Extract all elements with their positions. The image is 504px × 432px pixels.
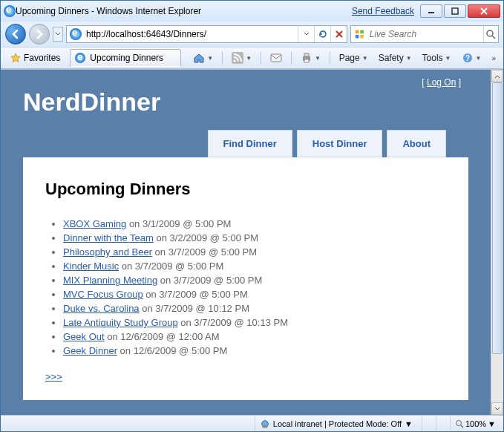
chevron-down-icon: ▼ xyxy=(488,419,496,428)
back-button[interactable] xyxy=(5,24,26,45)
command-bar-overflow[interactable]: » xyxy=(488,54,499,62)
magnifier-icon xyxy=(485,29,496,39)
dinner-link[interactable]: Geek Dinner xyxy=(63,345,117,356)
scroll-down-button[interactable] xyxy=(491,402,503,415)
chevron-down-icon: ▼ xyxy=(405,419,413,428)
help-icon: ? xyxy=(462,52,474,64)
list-item: MVC Focus Group on 3/7/2009 @ 5:00 PM xyxy=(63,289,446,300)
svg-point-13 xyxy=(234,59,236,62)
search-bar xyxy=(350,25,499,43)
svg-rect-9 xyxy=(360,35,364,39)
svg-rect-21 xyxy=(262,425,267,428)
dinner-when: on 3/7/2009 @ 5:00 PM xyxy=(157,275,262,286)
svg-rect-14 xyxy=(271,54,281,62)
list-item: Kinder Music on 3/7/2009 @ 5:00 PM xyxy=(63,261,446,272)
send-feedback-link[interactable]: Send Feedback xyxy=(352,6,414,16)
url-input[interactable] xyxy=(85,27,298,42)
main-content: Upcoming Dinners XBOX Gaming on 3/1/2009… xyxy=(23,157,468,400)
svg-rect-16 xyxy=(304,53,309,56)
tools-menu[interactable]: Tools ▼ xyxy=(419,50,454,65)
dinner-when: on 12/6/2009 @ 12:00 AM xyxy=(105,331,220,342)
browser-window: Upcoming Dinners - Windows Internet Expl… xyxy=(0,0,504,432)
scroll-thumb[interactable] xyxy=(492,82,503,354)
chevron-up-icon xyxy=(494,74,500,79)
home-icon xyxy=(193,52,205,64)
safety-menu[interactable]: Safety ▼ xyxy=(376,50,415,65)
svg-rect-17 xyxy=(304,59,309,62)
chevron-down-icon: ▼ xyxy=(445,55,451,62)
print-button[interactable]: ▼ xyxy=(298,50,324,66)
svg-text:?: ? xyxy=(465,54,469,62)
navbar xyxy=(1,22,503,47)
help-button[interactable]: ? ▼ xyxy=(459,50,485,66)
read-mail-button[interactable] xyxy=(267,50,285,66)
dinner-link[interactable]: Kinder Music xyxy=(63,261,119,272)
home-button[interactable]: ▼ xyxy=(190,50,216,66)
ie-icon xyxy=(4,5,16,17)
refresh-icon xyxy=(318,29,328,39)
close-button[interactable] xyxy=(468,4,500,18)
rss-icon xyxy=(232,52,243,64)
recent-pages-dropdown[interactable] xyxy=(53,27,63,42)
menu-find-dinner[interactable]: Find Dinner xyxy=(208,130,292,157)
mail-icon xyxy=(270,52,282,64)
dinner-link[interactable]: XBOX Gaming xyxy=(63,218,126,229)
menu-about[interactable]: About xyxy=(387,130,446,157)
minimize-icon xyxy=(428,7,435,15)
forward-button[interactable] xyxy=(29,24,50,45)
dinner-link[interactable]: Late Antiquity Study Group xyxy=(63,317,178,328)
chevron-down-icon: ▼ xyxy=(315,55,321,62)
svg-rect-6 xyxy=(356,30,359,33)
separator xyxy=(330,51,330,65)
dinner-link[interactable]: Geek Out xyxy=(63,331,105,342)
favorites-label: Favorites xyxy=(24,53,60,63)
dinner-link[interactable]: Dinner with the Team xyxy=(63,232,154,243)
stop-icon xyxy=(335,30,344,39)
dinner-link[interactable]: MIX Planning Meeting xyxy=(63,275,157,286)
tab-current[interactable]: Upcoming Dinners xyxy=(70,49,181,67)
minimize-button[interactable] xyxy=(420,4,442,18)
dinner-when: on 3/7/2009 @ 10:12 PM xyxy=(140,303,249,314)
search-input[interactable] xyxy=(368,28,483,40)
next-page-link[interactable]: >>> xyxy=(45,371,62,382)
search-button[interactable] xyxy=(483,26,498,42)
titlebar: Upcoming Dinners - Windows Internet Expl… xyxy=(1,1,503,22)
menu-host-dinner[interactable]: Host Dinner xyxy=(297,130,383,157)
feeds-button[interactable]: ▼ xyxy=(229,50,255,66)
live-search-icon xyxy=(354,28,365,40)
page-menu[interactable]: Page ▼ xyxy=(336,50,371,65)
vertical-scrollbar xyxy=(491,70,503,415)
main-menu: Find Dinner Host Dinner About xyxy=(23,130,468,157)
statusbar: Local intranet | Protected Mode: Off ▼ 1… xyxy=(1,415,503,431)
dinner-link[interactable]: Duke vs. Carolina xyxy=(63,303,140,314)
close-icon xyxy=(480,7,488,15)
scroll-track[interactable] xyxy=(491,82,503,402)
chevron-down-icon: ▼ xyxy=(406,55,412,62)
separator xyxy=(261,51,261,65)
maximize-button[interactable] xyxy=(444,4,466,18)
stop-button[interactable] xyxy=(330,26,347,42)
zone-text: Local intranet | Protected Mode: Off xyxy=(273,419,402,428)
svg-rect-12 xyxy=(232,52,243,64)
logon-link[interactable]: Log On xyxy=(427,77,456,88)
svg-rect-8 xyxy=(356,35,359,39)
dinner-link[interactable]: MVC Focus Group xyxy=(63,289,143,300)
list-item: Duke vs. Carolina on 3/7/2009 @ 10:12 PM xyxy=(63,303,446,314)
list-item: Dinner with the Team on 3/2/2009 @ 5:00 … xyxy=(63,232,446,243)
zoom-control[interactable]: 100% ▼ xyxy=(450,416,500,431)
tab-title: Upcoming Dinners xyxy=(90,53,163,63)
refresh-button[interactable] xyxy=(314,26,330,42)
url-dropdown-button[interactable] xyxy=(298,26,314,42)
dinner-when: on 3/1/2009 @ 5:00 PM xyxy=(126,218,231,229)
dinner-link[interactable]: Philosophy and Beer xyxy=(63,246,152,258)
svg-rect-7 xyxy=(360,30,364,33)
tools-menu-label: Tools xyxy=(422,53,443,63)
favorites-button[interactable]: Favorites xyxy=(5,50,65,66)
list-item: XBOX Gaming on 3/1/2009 @ 5:00 PM xyxy=(63,218,446,229)
list-item: Geek Dinner on 12/6/2009 @ 5:00 PM xyxy=(63,345,446,356)
svg-line-23 xyxy=(461,425,463,428)
security-zone[interactable]: Local intranet | Protected Mode: Off ▼ xyxy=(255,416,417,431)
scroll-up-button[interactable] xyxy=(491,70,503,82)
command-bar: Favorites Upcoming Dinners ▼ ▼ ▼ Page ▼ xyxy=(1,47,503,69)
tab-page-icon xyxy=(75,53,85,63)
